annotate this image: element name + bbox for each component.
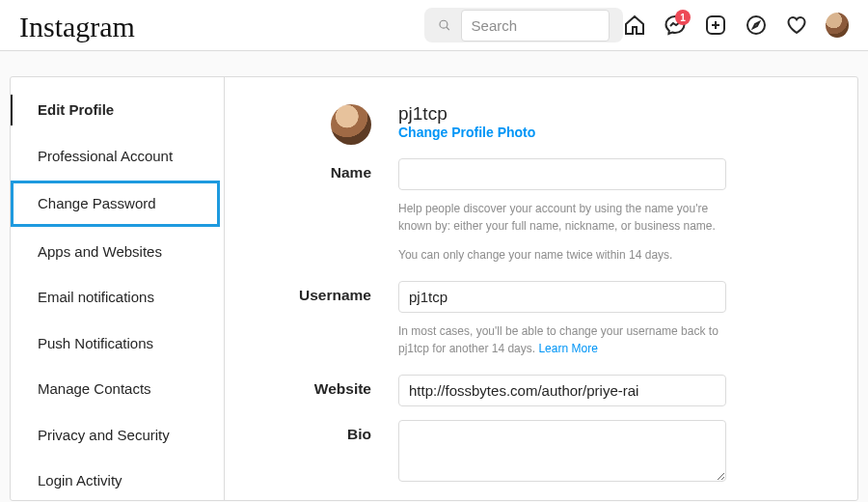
website-input[interactable] — [398, 375, 726, 406]
sidebar-item-change-password[interactable]: Change Password — [11, 181, 220, 227]
explore-icon[interactable] — [745, 14, 768, 37]
svg-point-5 — [747, 16, 765, 34]
username-label: Username — [225, 281, 398, 357]
svg-point-0 — [440, 20, 448, 28]
sidebar-item-login-activity[interactable]: Login Activity — [11, 458, 224, 501]
name-label: Name — [225, 158, 398, 264]
settings-sidebar: Edit Profile Professional Account Change… — [11, 77, 225, 500]
settings-container: Edit Profile Professional Account Change… — [10, 76, 858, 501]
svg-line-1 — [447, 27, 449, 30]
settings-content: pj1tcp Change Profile Photo Name Help pe… — [225, 77, 857, 500]
messenger-icon[interactable]: 1 — [664, 14, 687, 37]
name-input[interactable] — [398, 158, 726, 190]
bio-row: Bio — [225, 420, 809, 486]
sidebar-item-email-notifications[interactable]: Email notifications — [11, 274, 224, 321]
website-label: Website — [225, 375, 398, 406]
search-input[interactable] — [461, 10, 610, 42]
activity-heart-icon[interactable] — [785, 14, 808, 37]
sidebar-item-manage-contacts[interactable]: Manage Contacts — [11, 366, 224, 412]
profile-avatar-button[interactable] — [826, 14, 849, 37]
svg-marker-6 — [753, 22, 759, 28]
home-icon[interactable] — [623, 14, 646, 37]
bio-label: Bio — [225, 420, 398, 486]
search-box[interactable] — [424, 8, 623, 42]
username-hint: In most cases, you'll be able to change … — [398, 322, 726, 357]
sidebar-item-privacy-and-security[interactable]: Privacy and Security — [11, 412, 224, 459]
sidebar-item-apps-and-websites[interactable]: Apps and Websites — [11, 229, 224, 275]
website-row: Website — [225, 375, 809, 406]
username-input[interactable] — [398, 281, 726, 313]
bio-textarea[interactable] — [398, 420, 726, 482]
name-row: Name Help people discover your account b… — [225, 158, 809, 264]
search-icon — [438, 17, 451, 33]
profile-avatar[interactable] — [331, 104, 371, 145]
name-hint-1: Help people discover your account by usi… — [398, 200, 726, 235]
brand-logo[interactable]: Instagram — [19, 13, 135, 42]
profile-header-row: pj1tcp Change Profile Photo — [225, 104, 809, 145]
avatar-icon — [826, 13, 849, 38]
new-post-icon[interactable] — [704, 14, 727, 37]
sidebar-item-professional-account[interactable]: Professional Account — [11, 133, 224, 180]
sidebar-item-push-notifications[interactable]: Push Notifications — [11, 321, 224, 367]
nav-icons: 1 — [623, 14, 849, 37]
username-row: Username In most cases, you'll be able t… — [225, 281, 809, 357]
top-nav: Instagram 1 — [0, 0, 868, 51]
change-profile-photo-link[interactable]: Change Profile Photo — [398, 125, 726, 140]
messenger-badge: 1 — [675, 10, 691, 25]
profile-username-display: pj1tcp — [398, 104, 726, 125]
learn-more-link[interactable]: Learn More — [538, 342, 597, 355]
sidebar-item-edit-profile[interactable]: Edit Profile — [11, 87, 224, 133]
name-hint-2: You can only change your name twice with… — [398, 246, 726, 264]
